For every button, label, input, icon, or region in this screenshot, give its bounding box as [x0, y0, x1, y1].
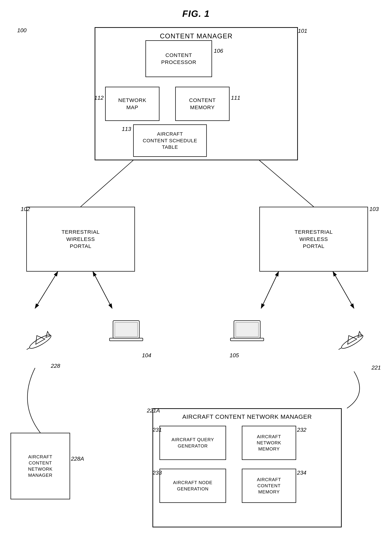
content-processor-label: CONTENT PROCESSOR — [161, 52, 196, 66]
content-memory-box: CONTENT MEMORY — [175, 87, 230, 121]
ref-228: 228 — [51, 363, 60, 369]
aircraft-content-network-manager-left-label: AIRCRAFT CONTENT NETWORK MANAGER — [28, 454, 53, 478]
ref-105: 105 — [230, 352, 239, 359]
aircraft-node-generation-label: AIRCRAFT NODE GENERATION — [173, 480, 213, 492]
content-manager-label: CONTENT MANAGER — [95, 32, 297, 41]
aircraft-network-memory-box: AIRCRAFT NETWORK MEMORY — [242, 426, 296, 460]
laptop-icon-right — [230, 319, 265, 351]
ref-233: 233 — [152, 470, 162, 476]
network-map-label: NETWORK MAP — [118, 97, 146, 111]
svg-line-8 — [261, 272, 279, 308]
svg-marker-13 — [32, 333, 45, 344]
ref-234: 234 — [297, 470, 306, 476]
svg-line-7 — [93, 272, 112, 308]
svg-line-15 — [27, 348, 30, 350]
terrestrial-wireless-portal-right-box: TERRESTRIAL WIRELESS PORTAL — [259, 207, 368, 272]
ref-113: 113 — [122, 126, 131, 132]
svg-rect-18 — [110, 338, 143, 341]
svg-line-3 — [259, 160, 314, 207]
svg-line-4 — [35, 272, 58, 308]
terrestrial-wireless-portal-right-label: TERRESTRIAL WIRELESS PORTAL — [295, 229, 333, 250]
figure-title: FIG. 1 — [0, 8, 392, 19]
aircraft-content-network-manager-left-box: AIRCRAFT CONTENT NETWORK MANAGER — [10, 433, 70, 499]
aircraft-network-memory-label: AIRCRAFT NETWORK MEMORY — [257, 434, 281, 452]
ref-103: 103 — [369, 206, 379, 212]
svg-line-2 — [80, 160, 133, 207]
aircraft-content-memory-label: AIRCRAFT CONTENT MEMORY — [257, 477, 281, 495]
svg-line-5 — [35, 272, 58, 308]
content-processor-box: CONTENT PROCESSOR — [146, 40, 212, 77]
diagram: FIG. 1 100 CONTENT MANAGER 101 CONTENT P… — [0, 0, 392, 540]
ref-228A: 228A — [71, 455, 84, 462]
ref-100: 100 — [17, 27, 26, 34]
svg-marker-23 — [344, 333, 357, 344]
aircraft-node-generation-box: AIRCRAFT NODE GENERATION — [160, 469, 226, 503]
content-memory-label: CONTENT MEMORY — [189, 97, 216, 111]
svg-line-9 — [261, 272, 279, 308]
aircraft-query-generator-box: AIRCRAFT QUERY GENERATOR — [160, 426, 226, 460]
network-map-box: NETWORK MAP — [105, 87, 160, 121]
aircraft-query-generator-label: AIRCRAFT QUERY GENERATOR — [171, 437, 214, 449]
svg-rect-21 — [231, 338, 264, 341]
svg-line-10 — [333, 272, 354, 308]
svg-marker-24 — [356, 331, 362, 338]
ref-102: 102 — [21, 206, 30, 212]
aircraft-content-network-manager-right-label: AIRCRAFT CONTENT NETWORK MANAGER — [153, 413, 341, 421]
aircraft-content-memory-box: AIRCRAFT CONTENT MEMORY — [242, 469, 296, 503]
svg-rect-17 — [115, 322, 138, 337]
svg-line-25 — [339, 348, 342, 350]
ref-111: 111 — [231, 95, 240, 101]
aircraft-content-schedule-table-label: AIRCRAFT CONTENT SCHEDULE TABLE — [143, 131, 197, 150]
ref-112: 112 — [94, 95, 104, 101]
svg-marker-14 — [44, 331, 50, 338]
ref-101: 101 — [298, 28, 307, 34]
aircraft-content-schedule-table-box: AIRCRAFT CONTENT SCHEDULE TABLE — [133, 124, 207, 157]
ref-231: 231 — [152, 427, 162, 433]
svg-line-11 — [333, 272, 354, 308]
svg-line-6 — [93, 272, 112, 308]
laptop-icon-left — [109, 319, 144, 351]
terrestrial-wireless-portal-left-box: TERRESTRIAL WIRELESS PORTAL — [26, 207, 135, 272]
ref-106: 106 — [214, 48, 223, 54]
aircraft-icon-left — [21, 324, 60, 360]
ref-221A: 221A — [147, 407, 160, 414]
aircraft-icon-right — [333, 324, 372, 360]
ref-221: 221 — [372, 365, 381, 371]
svg-rect-20 — [236, 322, 258, 337]
terrestrial-wireless-portal-left-label: TERRESTRIAL WIRELESS PORTAL — [61, 229, 100, 250]
ref-232: 232 — [297, 427, 306, 433]
ref-104: 104 — [142, 352, 151, 359]
